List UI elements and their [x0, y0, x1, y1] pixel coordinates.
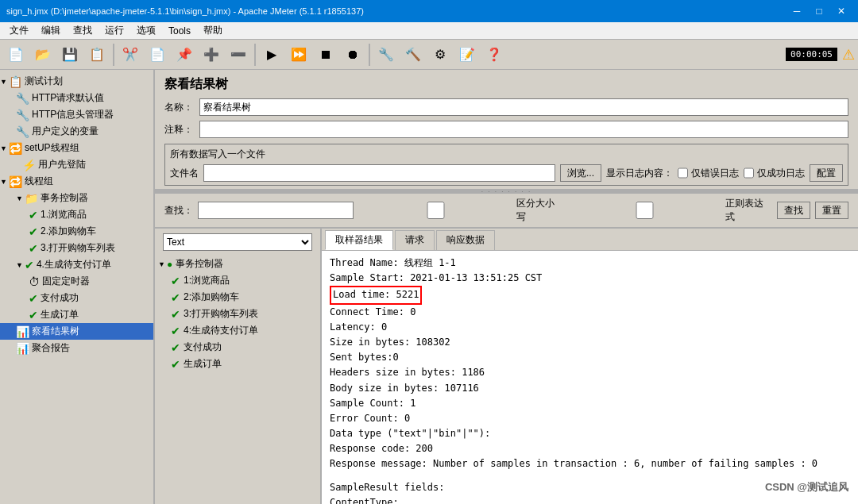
remote-stop[interactable]: 🔨 [400, 42, 426, 67]
new-button[interactable]: 📄 [3, 42, 29, 67]
comment-input[interactable] [199, 121, 848, 138]
latency: Latency: 0 [330, 320, 850, 335]
remote-all[interactable]: ⚙ [427, 42, 453, 67]
save-as-button[interactable]: 📋 [84, 42, 110, 67]
case-sensitive-label: 区分大小写 [358, 197, 563, 224]
file-name-input[interactable] [203, 164, 555, 182]
success-only-label: 仅成功日志 [744, 164, 805, 182]
http-default-icon: 🔧 [16, 92, 29, 105]
stop-button[interactable]: ⏹ [313, 42, 338, 67]
sidebar-item-setup-group[interactable]: ▼ 🔁 setUP线程组 [0, 140, 153, 156]
view-select[interactable]: Text HTML XML JSON [163, 233, 312, 251]
regex-checkbox[interactable] [567, 202, 722, 219]
user-vars-icon: 🔧 [16, 125, 29, 138]
sidebar-item-test-plan[interactable]: ▼ 📋 测试计划 [0, 73, 153, 90]
result-gen[interactable]: ✔ 生成订单 [155, 356, 320, 372]
expand-button[interactable]: ➕ [199, 42, 224, 67]
open-button[interactable]: 📂 [30, 42, 56, 67]
save-button[interactable]: 💾 [57, 42, 83, 67]
tab-sampler-result[interactable]: 取样器结果 [325, 230, 393, 250]
sample-start: Sample Start: 2021-01-13 13:51:25 CST [330, 271, 850, 286]
run-button[interactable]: ▶ [259, 42, 284, 67]
result-add-cart[interactable]: ✔ 2:添加购物车 [155, 289, 320, 306]
paste-button[interactable]: 📌 [172, 42, 197, 67]
search-bar: 查找： 区分大小写 正则表达式 查找 重置 [155, 194, 858, 227]
search-input[interactable] [198, 202, 354, 219]
collapse-button[interactable]: ➖ [226, 42, 251, 67]
comment-row: 注释： [155, 118, 858, 140]
run-no-pause-button[interactable]: ⏩ [286, 42, 311, 67]
file-name-label: 文件名 [170, 167, 199, 180]
sidebar-item-gen-order[interactable]: ✔ 生成订单 [0, 306, 153, 323]
title-bar: sign_h.jmx (D:\jmeter\apache-jmeter-5.1.… [0, 0, 858, 22]
response-message: Response message: Number of samples in t… [330, 456, 850, 471]
detail-content: Thread Name: 线程组 1-1 Sample Start: 2021-… [322, 251, 858, 504]
menu-item-文件[interactable]: 文件 [3, 22, 35, 39]
sidebar-item-user-vars[interactable]: 🔧 用户定义的变量 [0, 123, 153, 140]
sent-bytes: Sent bytes:0 [330, 350, 850, 365]
agg-report-icon: 📊 [16, 342, 29, 355]
result-browse[interactable]: ✔ 1:浏览商品 [155, 272, 320, 289]
result-txn-ctrl[interactable]: ▼ ● 事务控制器 [155, 256, 320, 272]
result-create-order[interactable]: ✔ 4:生成待支付订单 [155, 322, 320, 339]
menu-item-查找[interactable]: 查找 [67, 22, 99, 39]
search-button[interactable]: 查找 [777, 202, 810, 219]
copy-button[interactable]: 📄 [145, 42, 170, 67]
name-row: 名称： [155, 96, 858, 118]
errors-only-checkbox[interactable] [678, 164, 688, 182]
sidebar-item-open-cart[interactable]: ✔ 3.打开购物车列表 [0, 240, 153, 256]
menu-item-选项[interactable]: 选项 [130, 22, 162, 39]
tab-response-data[interactable]: 响应数据 [436, 230, 495, 250]
tab-request[interactable]: 请求 [395, 230, 435, 250]
sidebar-item-thread-group[interactable]: ▼ 🔁 线程组 [0, 173, 153, 190]
arrow-setup[interactable]: ▼ [0, 144, 7, 152]
case-sensitive-checkbox[interactable] [358, 202, 513, 219]
search-label: 查找： [164, 204, 193, 217]
sidebar-item-http-header[interactable]: 🔧 HTTP信息头管理器 [0, 106, 153, 123]
maximize-button[interactable]: □ [809, 3, 829, 19]
name-input[interactable] [199, 98, 848, 116]
sidebar-item-create-order[interactable]: ▼ ✔ 4.生成待支付订单 [0, 256, 153, 273]
cut-button[interactable]: ✂️ [118, 42, 143, 67]
sidebar-item-fixed-timer[interactable]: ⏱ 固定定时器 [0, 273, 153, 290]
result-open-cart[interactable]: ✔ 3:打开购物车列表 [155, 306, 320, 322]
open-cart-check-icon: ✔ [171, 308, 180, 321]
separator2 [254, 44, 256, 66]
timer-display: 00:00:05 [786, 48, 837, 61]
success-only-checkbox[interactable] [744, 164, 754, 182]
arrow-create[interactable]: ▼ [16, 261, 23, 269]
arrow-thread[interactable]: ▼ [0, 178, 7, 186]
sidebar-item-user-login[interactable]: ⚡ 用户先登陆 [0, 156, 153, 173]
menu-item-帮助[interactable]: 帮助 [197, 22, 229, 39]
result-tree-pane: Text HTML XML JSON ▼ ● 事务控制器 ✔ 1:浏览商品 [155, 229, 322, 504]
comment-label: 注释： [164, 123, 193, 137]
spacer [330, 472, 850, 480]
reset-button[interactable]: 重置 [815, 202, 848, 219]
menu-item-运行[interactable]: 运行 [99, 22, 130, 39]
errors-only-label: 仅错误日志 [678, 164, 739, 182]
help[interactable]: ❓ [481, 42, 507, 67]
menu-item-编辑[interactable]: 编辑 [35, 22, 67, 39]
sidebar-item-http-default[interactable]: 🔧 HTTP请求默认值 [0, 90, 153, 106]
detail-tabs: 取样器结果 请求 响应数据 [322, 229, 858, 251]
sidebar-item-txn-ctrl[interactable]: ▼ 📁 事务控制器 [0, 190, 153, 206]
sidebar-item-view-tree[interactable]: 📊 察看结果树 [0, 323, 153, 340]
remote-start[interactable]: 🔧 [373, 42, 399, 67]
menu-item-Tools[interactable]: Tools [162, 22, 197, 39]
minimize-button[interactable]: ─ [786, 3, 807, 19]
arrow-test-plan[interactable]: ▼ [0, 78, 7, 86]
close-button[interactable]: ✕ [831, 3, 852, 19]
add-cart-icon: ✔ [29, 225, 38, 238]
browse-button[interactable]: 浏览... [560, 164, 601, 182]
result-pay[interactable]: ✔ 支付成功 [155, 339, 320, 356]
sidebar-item-pay-success[interactable]: ✔ 支付成功 [0, 290, 153, 306]
sidebar-item-agg-report[interactable]: 📊 聚合报告 [0, 340, 153, 356]
test-plan-icon: 📋 [9, 75, 22, 88]
pay-check-icon: ✔ [171, 341, 180, 354]
arrow-txn[interactable]: ▼ [16, 194, 23, 202]
stop-wait-button[interactable]: ⏺ [340, 42, 365, 67]
sidebar-item-add-cart[interactable]: ✔ 2.添加购物车 [0, 223, 153, 240]
config-button[interactable]: 配置 [810, 164, 843, 182]
templates[interactable]: 📝 [454, 42, 480, 67]
sidebar-item-browse[interactable]: ✔ 1.浏览商品 [0, 206, 153, 223]
